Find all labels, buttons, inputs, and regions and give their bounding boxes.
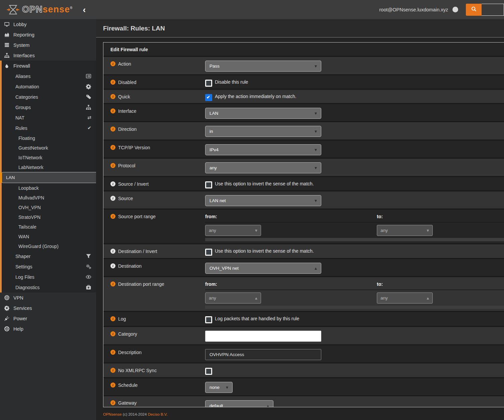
search-button[interactable] [466,4,482,16]
action-select[interactable]: Pass▼ [205,61,321,72]
disabled-checkbox[interactable] [205,80,212,87]
sidebar-item-categories[interactable]: Categories [2,92,96,102]
from-label: from: [205,281,217,287]
sidebar-collapse-icon[interactable]: ‹ [83,5,86,14]
sidebar-item-stratovpn[interactable]: StratoVPN [2,212,96,222]
destination-invert-checkbox[interactable] [205,249,212,256]
info-icon[interactable]: i [110,80,115,85]
sidebar-item-vpn[interactable]: VPN [0,292,96,303]
sidebar-item-power[interactable]: Power [0,313,96,324]
sidebar-item-label: StratoVPN [18,215,40,220]
ip-version-select[interactable]: IPv4▼ [205,144,321,155]
interface-select[interactable]: LAN▼ [205,108,321,119]
sidebar-item-help[interactable]: Help [0,324,96,334]
sidebar-item-floating[interactable]: Floating [2,133,96,143]
direction-select[interactable]: in▼ [205,126,321,137]
info-icon[interactable]: i [110,94,115,99]
info-icon[interactable]: i [110,145,115,150]
sidebar-item-label: Reporting [13,32,34,37]
source-invert-checkbox[interactable] [205,181,212,188]
sidebar-item-ovh-vpn[interactable]: OVH_VPN [2,202,96,212]
sidebar-item-reporting[interactable]: Reporting [0,29,96,40]
field-label: Protocol [118,163,135,168]
info-icon[interactable]: i [110,383,115,388]
sidebar-item-rules[interactable]: Rules ✔ [2,123,96,133]
sidebar-item-aliases[interactable]: Aliases [2,71,96,81]
schedule-select[interactable]: none▼ [205,382,233,393]
info-icon[interactable]: i [110,263,115,268]
info-icon[interactable]: i [110,316,115,321]
field-label: Action [118,61,131,67]
info-icon[interactable]: i [110,400,115,405]
source-select[interactable]: LAN net▼ [205,195,321,206]
horizontal-scrollbar[interactable] [205,238,504,241]
log-checkbox[interactable] [205,316,212,323]
source-port-from-select[interactable]: any▼ [205,225,261,236]
firewall-section: Firewall Aliases Automation Categories G… [0,61,96,292]
sidebar-item-guestnetwork[interactable]: GuestNetwork [2,143,96,153]
sidebar-item-label: LabNetwork [18,165,44,170]
sidebar-item-tailscale[interactable]: Tailscale [2,222,96,232]
lifering-icon [4,326,10,332]
info-icon[interactable]: i [110,368,115,373]
sidebar-item-log-files[interactable]: Log Files [2,272,96,282]
destination-select[interactable]: OVH_VPN net▲ [205,263,321,274]
field-label: Schedule [118,383,138,388]
search-icon [471,6,477,13]
sidebar-item-labnetwork[interactable]: LabNetwork [2,162,96,172]
sidebar-item-wireguard-group[interactable]: WireGuard (Group) [2,241,96,251]
exchange-icon: ⇄ [86,115,91,120]
info-icon[interactable]: i [110,108,115,113]
filter-icon [86,253,91,259]
gear-icon [4,305,10,311]
sidebar-item-label: Automation [15,84,39,89]
row-protocol: iProtocol any▼ [103,159,504,177]
category-input[interactable] [205,331,321,342]
search-input[interactable] [482,4,504,16]
info-icon[interactable]: i [110,214,115,219]
horizontal-scrollbar[interactable] [205,306,504,309]
destination-port-to-select[interactable]: any▲ [377,292,433,304]
sidebar-item-firewall[interactable]: Firewall [2,61,96,71]
info-icon[interactable]: i [110,249,115,254]
chart-icon [4,32,10,37]
protocol-select[interactable]: any▼ [205,162,321,173]
sidebar-item-automation[interactable]: Automation [2,81,96,92]
opnsense-footer-link[interactable]: OPNsense [103,412,122,416]
sidebar-item-diagnostics[interactable]: Diagnostics [2,282,96,292]
source-port-to-select[interactable]: any▼ [377,225,433,236]
sidebar-item-nat[interactable]: NAT ⇄ [2,112,96,123]
no-xmlrpc-checkbox[interactable] [205,368,212,375]
info-icon[interactable]: i [110,350,115,355]
sidebar-item-shaper[interactable]: Shaper [2,251,96,261]
sidebar-item-loopback[interactable]: Loopback [2,183,96,193]
info-icon[interactable]: i [110,127,115,132]
sidebar-item-lobby[interactable]: Lobby [0,19,96,29]
sidebar-item-iotnetwork[interactable]: IoTNetwork [2,153,96,162]
info-icon[interactable]: i [110,196,115,201]
caret-down-icon: ▼ [226,386,228,389]
deciso-footer-link[interactable]: Deciso B.V. [148,412,168,416]
sidebar-item-mullvadvpn[interactable]: MullvadVPN [2,193,96,202]
sidebar-item-system[interactable]: System [0,40,96,50]
info-icon[interactable]: i [110,281,115,286]
description-input[interactable] [205,349,321,360]
sidebar-item-wan[interactable]: WAN [2,232,96,241]
opnsense-logo[interactable]: OPNsense® [6,3,73,16]
info-icon[interactable]: i [110,163,115,168]
info-icon[interactable]: i [110,331,115,336]
eye-icon [86,274,91,280]
sidebar-item-groups[interactable]: Groups [2,102,96,112]
quick-checkbox[interactable] [205,94,212,101]
gateway-select[interactable]: default▲ [205,400,273,407]
info-icon[interactable]: i [110,61,115,66]
checkbox-label: Apply the action immediately on match. [215,94,297,99]
info-icon[interactable]: i [110,181,115,186]
caret-up-icon: ▲ [427,297,429,300]
to-label: to: [377,214,383,219]
row-source: iSource LAN net▼ [103,191,504,209]
sidebar-item-services[interactable]: Services [0,303,96,313]
destination-port-from-select[interactable]: any▲ [205,292,261,304]
sidebar-item-settings[interactable]: Settings [2,261,96,272]
sidebar-item-interfaces[interactable]: Interfaces [0,50,96,61]
